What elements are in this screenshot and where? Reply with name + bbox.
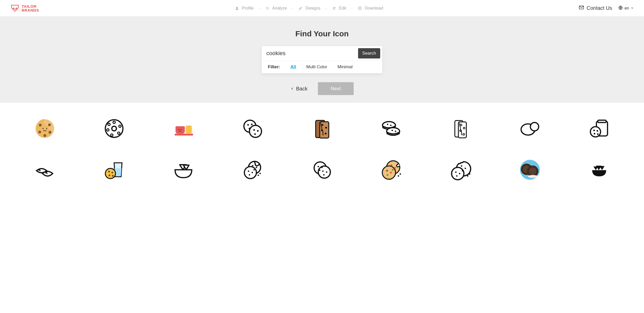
next-button[interactable]: Next xyxy=(318,82,354,95)
svg-point-14 xyxy=(113,121,115,123)
svg-point-11 xyxy=(46,128,47,129)
step-label: Analyze xyxy=(272,6,287,11)
svg-point-44 xyxy=(390,125,391,126)
svg-point-98 xyxy=(462,170,463,172)
svg-point-91 xyxy=(390,172,392,173)
svg-point-46 xyxy=(395,131,396,132)
icon-cup-and-cookies-color[interactable] xyxy=(171,116,196,141)
svg-point-16 xyxy=(118,132,120,134)
language-selector[interactable]: en xyxy=(618,5,634,11)
svg-point-68 xyxy=(244,166,257,179)
svg-point-6 xyxy=(48,123,51,126)
svg-point-45 xyxy=(392,130,393,131)
svg-point-63 xyxy=(108,171,110,172)
icon-cookies-dots-outline[interactable] xyxy=(240,157,266,183)
svg-point-54 xyxy=(530,123,538,131)
svg-point-33 xyxy=(257,130,259,132)
icon-fortune-cookies-outline[interactable] xyxy=(32,157,58,183)
brand-name-top: TAILOR xyxy=(22,4,39,8)
svg-point-86 xyxy=(382,166,396,179)
svg-point-58 xyxy=(593,130,595,131)
icon-cookie-bars-color[interactable] xyxy=(309,116,335,141)
hero-section: Find Your Icon Search Filter: All Multi … xyxy=(0,16,644,103)
icon-chips-bowl-outline[interactable] xyxy=(171,157,196,183)
cookie-icon xyxy=(311,117,333,140)
back-button[interactable]: Back xyxy=(290,86,307,92)
cookie-icon xyxy=(310,158,334,181)
filter-all[interactable]: All xyxy=(290,64,296,70)
svg-point-61 xyxy=(597,133,598,135)
svg-point-32 xyxy=(253,129,255,131)
cookie-icon xyxy=(588,117,611,140)
icon-cookie-donut-outline[interactable] xyxy=(101,116,127,141)
svg-point-66 xyxy=(112,175,114,176)
icon-cookie-and-milk-color[interactable] xyxy=(101,157,127,183)
svg-point-64 xyxy=(112,172,113,173)
contact-us-link[interactable]: Contact Us xyxy=(579,5,612,11)
header-right: Contact Us en xyxy=(579,5,634,11)
filter-minimal[interactable]: Minimal xyxy=(337,64,353,70)
icon-nacho-bowl-solid[interactable] xyxy=(586,157,612,183)
svg-point-40 xyxy=(325,133,327,134)
svg-point-97 xyxy=(464,168,466,169)
icon-search-input[interactable] xyxy=(265,48,358,58)
cookie-icon xyxy=(380,117,403,140)
icon-cookies-stacked-outline[interactable] xyxy=(309,157,335,183)
step-label: Profile xyxy=(242,6,253,11)
cookie-icon xyxy=(103,117,126,140)
svg-point-43 xyxy=(387,124,388,125)
brand-logo[interactable]: TAILOR BRANDS xyxy=(10,4,39,13)
step-edit[interactable]: Edit xyxy=(330,6,348,11)
chevron-down-icon xyxy=(631,6,634,11)
language-code: en xyxy=(624,6,629,11)
step-label: Designs xyxy=(306,6,320,11)
icon-oreo-cookies-color[interactable] xyxy=(517,157,543,183)
search-button[interactable]: Search xyxy=(358,48,380,58)
globe-icon xyxy=(618,5,623,11)
step-analyze[interactable]: Analyze xyxy=(264,6,289,11)
svg-point-82 xyxy=(322,171,324,172)
brand-name: TAILOR BRANDS xyxy=(22,4,39,12)
cookie-icon xyxy=(172,158,195,181)
icon-cookie-jar-outline[interactable] xyxy=(586,116,612,141)
svg-rect-56 xyxy=(598,120,606,123)
step-profile[interactable]: Profile xyxy=(233,6,255,11)
back-label: Back xyxy=(296,86,307,92)
icon-cookie-bars-outline[interactable] xyxy=(448,116,473,141)
svg-point-108 xyxy=(529,167,536,175)
cookie-icon xyxy=(589,159,609,180)
svg-point-93 xyxy=(398,175,399,177)
svg-point-7 xyxy=(38,131,41,133)
filter-row: Filter: All Multi Color Minimal xyxy=(262,61,382,73)
svg-point-79 xyxy=(318,166,319,167)
filter-label: Filter: xyxy=(268,64,280,70)
envelope-icon xyxy=(579,5,584,11)
cookie-icon xyxy=(241,158,264,181)
icon-cookie-bite-outline[interactable] xyxy=(448,157,473,183)
svg-point-87 xyxy=(390,165,392,166)
svg-point-70 xyxy=(256,167,257,168)
svg-point-99 xyxy=(455,171,457,173)
svg-point-80 xyxy=(321,167,323,168)
cookie-icon xyxy=(379,158,403,182)
svg-point-109 xyxy=(528,175,537,178)
svg-rect-20 xyxy=(175,134,193,136)
step-download[interactable]: Download xyxy=(356,6,385,11)
svg-point-1 xyxy=(335,7,335,8)
icon-sandwich-cookies-outline[interactable] xyxy=(378,116,404,141)
cookie-icon xyxy=(241,117,264,140)
svg-point-73 xyxy=(252,172,253,173)
filter-multicolor[interactable]: Multi Color xyxy=(306,64,327,70)
svg-point-31 xyxy=(249,128,250,129)
step-designs[interactable]: Designs xyxy=(297,6,322,11)
icon-chocolate-chip-color[interactable] xyxy=(378,157,404,183)
nav-buttons: Back Next xyxy=(0,82,644,95)
icon-cookie-cartoon-color[interactable] xyxy=(32,116,58,141)
svg-point-90 xyxy=(386,170,388,172)
chevron-right-icon: › xyxy=(324,6,329,10)
svg-point-8 xyxy=(49,131,52,134)
search-card: Search Filter: All Multi Color Minimal xyxy=(261,46,383,73)
brand-name-bottom: BRANDS xyxy=(22,8,39,12)
icon-cookies-pair-outline[interactable] xyxy=(240,116,266,141)
icon-cookies-simple-outline[interactable] xyxy=(517,116,543,141)
